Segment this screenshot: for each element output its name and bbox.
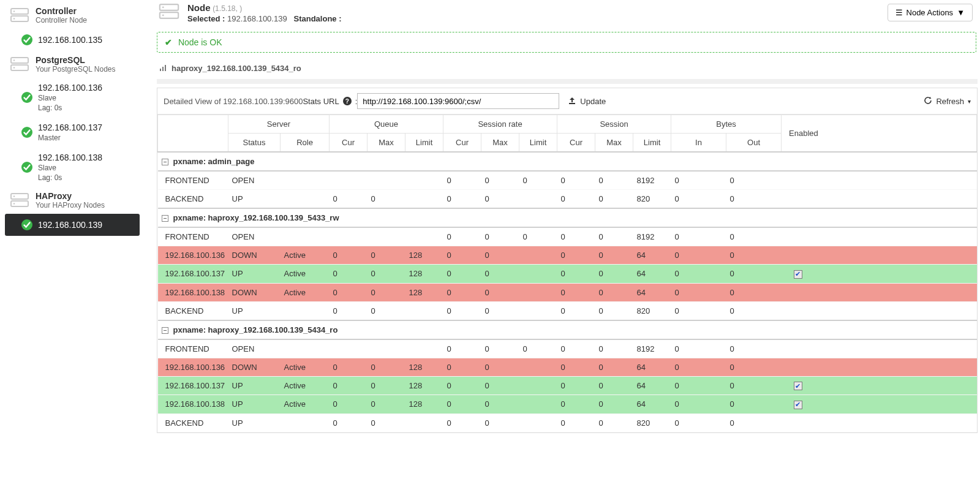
cell-s-max: 0	[595, 339, 633, 358]
th-bytes: Bytes	[671, 115, 782, 134]
cell-enabled	[782, 283, 977, 301]
cell-role: Active	[281, 265, 330, 284]
server-icon	[9, 56, 31, 73]
stats-url-input[interactable]	[357, 93, 559, 109]
sidebar-item-label: 192.168.100.139	[38, 220, 102, 230]
cell-q-max: 0	[368, 190, 405, 209]
cell-q-max	[368, 227, 405, 246]
selected-label: Selected :	[187, 14, 225, 23]
cell-s-limit: 820	[633, 190, 671, 209]
cell-sr-max: 0	[481, 171, 519, 190]
cell-status: OPEN	[228, 227, 281, 246]
controller-subtitle: Controller Node	[36, 16, 87, 25]
cell-bytes-in: 0	[671, 358, 726, 376]
collapse-icon[interactable]	[162, 215, 168, 222]
cell-s-max: 0	[595, 413, 633, 432]
sidebar-item-controller-node[interactable]: 192.168.100.135	[5, 29, 140, 51]
cell-s-limit: 64	[633, 246, 671, 265]
cell-bytes-out: 0	[726, 246, 782, 265]
cell-sr-cur: 0	[443, 227, 481, 246]
cell-s-max: 0	[595, 358, 633, 376]
help-icon[interactable]: ?	[343, 97, 352, 105]
cell-role: Active	[281, 376, 330, 395]
group-header[interactable]: pxname: haproxy_192.168.100.139_5433_rw	[158, 208, 977, 227]
cell-bytes-out: 0	[726, 171, 782, 190]
th-server: Server	[228, 115, 330, 134]
group-header[interactable]: pxname: haproxy_192.168.100.139_5434_ro	[158, 320, 977, 339]
cell-s-max: 0	[595, 283, 633, 301]
table-row: 192.168.100.136 DOWN Active 0 0 128 0 0 …	[158, 358, 977, 376]
collapse-icon[interactable]	[162, 159, 168, 165]
status-ok-icon	[21, 126, 33, 138]
sidebar: Controller Controller Node 192.168.100.1…	[0, 0, 145, 445]
sidebar-item-postgresql-node[interactable]: 192.168.100.137 Master	[5, 118, 140, 147]
table-row: BACKEND UP 0 0 0 0 0 0 820 0 0	[158, 190, 977, 209]
cell-sr-cur: 0	[443, 171, 481, 190]
enabled-checkbox[interactable]: ✔	[794, 382, 802, 390]
sidebar-item-postgresql-node[interactable]: 192.168.100.138 SlaveLag: 0s	[5, 148, 140, 187]
cell-q-limit	[405, 301, 443, 320]
cell-bytes-out: 0	[726, 283, 782, 301]
sidebar-item-haproxy-node[interactable]: 192.168.100.139	[5, 214, 140, 236]
status-ok-icon	[21, 219, 33, 231]
table-row: 192.168.100.138 DOWN Active 0 0 128 0 0 …	[158, 283, 977, 301]
table-row: 192.168.100.137 UP Active 0 0 128 0 0 0 …	[158, 265, 977, 284]
node-actions-label: Node Actions	[907, 8, 954, 17]
node-actions-button[interactable]: ☰ Node Actions ▼	[888, 4, 973, 21]
cell-sr-limit	[519, 190, 557, 209]
cell-q-max: 0	[368, 358, 405, 376]
cell-s-cur: 0	[557, 283, 595, 301]
cell-q-limit: 128	[405, 283, 443, 301]
enabled-checkbox[interactable]: ✔	[794, 270, 802, 279]
th-sr-max: Max	[481, 134, 519, 153]
cell-server: 192.168.100.136	[158, 358, 228, 376]
cell-role	[281, 190, 330, 209]
enabled-checkbox[interactable]: ✔	[794, 401, 802, 409]
group-header[interactable]: pxname: admin_page	[158, 152, 977, 171]
cell-s-max: 0	[595, 265, 633, 284]
cell-bytes-in: 0	[671, 395, 726, 414]
cell-server: 192.168.100.138	[158, 283, 228, 301]
cell-server: FRONTEND	[158, 171, 228, 190]
cell-server: 192.168.100.137	[158, 376, 228, 395]
update-button[interactable]: Update	[568, 96, 606, 107]
cell-s-cur: 0	[557, 376, 595, 395]
cell-q-max: 0	[368, 283, 405, 301]
cell-s-cur: 0	[557, 171, 595, 190]
status-alert-text: Node is OK	[178, 37, 222, 47]
collapse-icon[interactable]	[162, 327, 168, 334]
cell-q-limit: 128	[405, 358, 443, 376]
cell-sr-limit	[519, 265, 557, 284]
cell-s-max: 0	[595, 190, 633, 209]
status-ok-icon	[21, 161, 33, 173]
stats-panel: Detailed View of 192.168.100.139:9600 St…	[157, 88, 978, 433]
cell-sr-limit	[519, 301, 557, 320]
cell-q-limit	[405, 171, 443, 190]
node-version: (1.5.18, )	[213, 4, 242, 13]
cell-status: UP	[228, 413, 281, 432]
cell-s-cur: 0	[557, 339, 595, 358]
cell-s-max: 0	[595, 395, 633, 414]
cell-server: 192.168.100.137	[158, 265, 228, 284]
cell-sr-limit: 0	[519, 227, 557, 246]
cell-enabled: ✔	[782, 376, 977, 395]
cell-role: Active	[281, 395, 330, 414]
cell-s-limit: 8192	[633, 171, 671, 190]
cell-status: UP	[228, 190, 281, 209]
cell-s-limit: 64	[633, 376, 671, 395]
controller-title: Controller	[36, 6, 87, 16]
list-icon: ☰	[895, 8, 903, 17]
cell-s-cur: 0	[557, 227, 595, 246]
refresh-button[interactable]: Refresh ▾	[924, 96, 971, 107]
cell-q-cur	[330, 339, 368, 358]
th-sr-cur: Cur	[443, 134, 481, 153]
table-row: 192.168.100.138 UP Active 0 0 128 0 0 0 …	[158, 395, 977, 414]
sidebar-item-postgresql-node[interactable]: 192.168.100.136 SlaveLag: 0s	[5, 78, 140, 117]
th-sr-limit: Limit	[519, 134, 557, 153]
server-icon	[157, 2, 181, 21]
cell-role: Active	[281, 358, 330, 376]
cell-sr-limit	[519, 358, 557, 376]
cell-sr-max: 0	[481, 301, 519, 320]
table-row: BACKEND UP 0 0 0 0 0 0 820 0 0	[158, 301, 977, 320]
haproxy-title: HAProxy	[36, 191, 105, 201]
